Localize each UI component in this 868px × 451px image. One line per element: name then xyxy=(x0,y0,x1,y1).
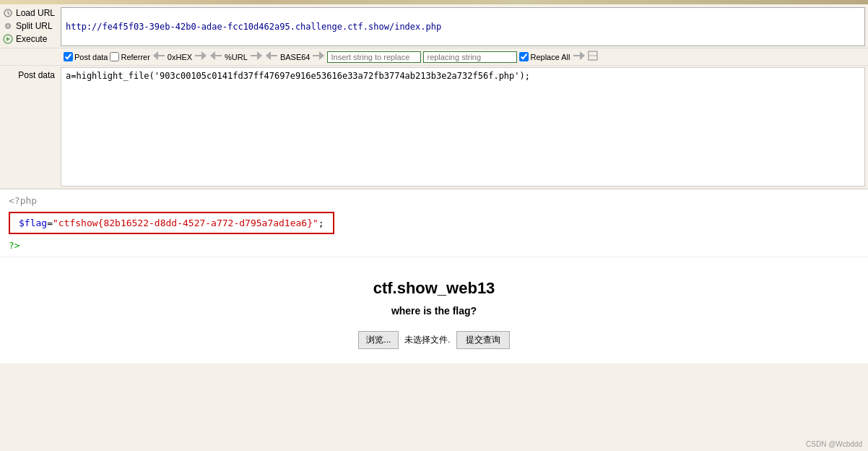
url-input[interactable] xyxy=(61,19,864,35)
base64-label: BASE64 xyxy=(280,53,311,61)
url-encode-label: %URL xyxy=(225,53,248,61)
flag-equals: = xyxy=(47,218,53,228)
flag-quote-open: " xyxy=(53,218,58,228)
base64-right-arrow xyxy=(312,51,325,63)
site-preview: ctf.show_web13 where is the flag? 浏览... … xyxy=(0,257,868,364)
replace-all-text: Replace All xyxy=(530,53,570,61)
referrer-checkbox-label[interactable]: Referrer xyxy=(110,52,149,61)
replace-double-arrow xyxy=(588,51,598,63)
svg-marker-19 xyxy=(580,51,585,60)
flag-quote-close: " xyxy=(313,218,318,228)
svg-marker-11 xyxy=(210,51,215,60)
submit-button[interactable]: 提交查询 xyxy=(456,331,510,349)
split-url-button[interactable]: Split URL xyxy=(1,20,59,32)
post-data-checkbox-label[interactable]: Post data xyxy=(64,52,108,61)
hex-right-arrow xyxy=(194,51,207,63)
watermark: CSDN @Wcbddd xyxy=(806,440,862,448)
post-data-label: Post data xyxy=(74,53,108,61)
browse-button[interactable]: 浏览... xyxy=(358,331,399,349)
post-data-side-label: Post data xyxy=(18,70,55,80)
execute-button[interactable]: Execute xyxy=(1,33,59,45)
svg-point-4 xyxy=(7,25,9,27)
post-data-checkbox[interactable] xyxy=(64,52,73,61)
flag-semicolon: ; xyxy=(318,218,324,228)
replace-right-arrow xyxy=(573,51,586,63)
post-data-textarea[interactable]: a=highlight_file('903c00105c0141fd37ff47… xyxy=(61,68,864,184)
svg-marker-17 xyxy=(319,51,324,60)
site-title: ctf.show_web13 xyxy=(0,279,868,298)
svg-marker-7 xyxy=(153,51,158,60)
referrer-checkbox[interactable] xyxy=(110,52,119,61)
load-url-label: Load URL xyxy=(16,8,55,18)
file-selection-label: 未选择文件. xyxy=(404,334,450,346)
replace-all-checkbox[interactable] xyxy=(519,52,529,61)
hex-label: 0xHEX xyxy=(168,53,192,61)
url-right-arrow xyxy=(250,51,263,63)
flag-value: ctfshow{82b16522-d8dd-4527-a772-d795a7ad… xyxy=(58,218,313,228)
split-url-icon xyxy=(3,21,13,31)
execute-icon xyxy=(3,34,13,44)
flag-var: $flag xyxy=(19,218,47,228)
execute-label: Execute xyxy=(16,34,47,44)
flag-box: $flag="ctfshow{82b16522-d8dd-4527-a772-d… xyxy=(9,212,334,234)
referrer-label: Referrer xyxy=(121,53,149,61)
site-form: 浏览... 未选择文件. 提交查询 xyxy=(0,331,868,349)
php-open-tag: <?php xyxy=(9,195,859,206)
load-url-button[interactable]: Load URL xyxy=(1,7,59,19)
site-subtitle: where is the flag? xyxy=(0,305,868,317)
svg-marker-15 xyxy=(266,51,271,60)
replace-all-label[interactable]: Replace All xyxy=(519,52,570,61)
split-url-label: Split URL xyxy=(16,21,53,31)
load-url-icon xyxy=(3,8,13,18)
url-left-arrow xyxy=(209,51,222,63)
svg-line-2 xyxy=(8,13,9,14)
insert-replacing-input[interactable] xyxy=(423,51,517,63)
insert-replace-input[interactable] xyxy=(327,51,421,63)
hex-left-arrow xyxy=(152,51,165,63)
svg-marker-6 xyxy=(6,37,10,41)
svg-marker-9 xyxy=(201,51,207,60)
php-close-tag: ?> xyxy=(9,240,20,251)
svg-marker-13 xyxy=(257,51,262,60)
base64-left-arrow xyxy=(265,51,278,63)
